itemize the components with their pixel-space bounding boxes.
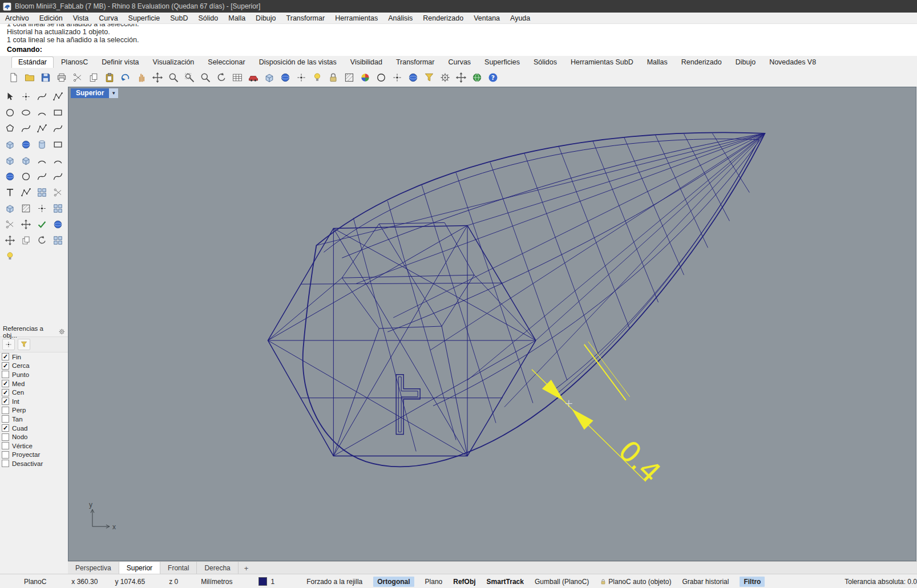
osnap-option-int[interactable]: Int [0, 397, 68, 406]
new-viewport-tab-button[interactable]: + [239, 562, 255, 574]
color-wheel-icon[interactable] [357, 70, 373, 85]
plane-tool-icon[interactable] [50, 136, 66, 152]
status-toggle-refobj[interactable]: RefObj [453, 578, 475, 586]
ribbon-tab-herramientas-subd[interactable]: Herramientas SubD [564, 57, 640, 68]
chamfer-tool-icon[interactable] [50, 152, 66, 168]
ribbon-tab-dibujo[interactable]: Dibujo [729, 57, 762, 68]
check-tool-icon[interactable] [34, 216, 50, 232]
menu-item-edicion[interactable]: Edición [34, 14, 68, 23]
select-tool-icon[interactable] [2, 88, 18, 104]
osnap-checkbox-cen[interactable] [2, 389, 9, 396]
command-history-area[interactable]: 1 cota lineal se ha añadido a la selecci… [0, 24, 917, 56]
osnap-checkbox-int[interactable] [2, 398, 9, 405]
print-icon[interactable] [54, 70, 69, 85]
menu-item-transformar[interactable]: Transformar [281, 14, 330, 23]
spotlight-tool-icon[interactable] [2, 248, 18, 264]
undo-icon[interactable] [118, 70, 133, 85]
osnap-option-tan[interactable]: Tan [0, 415, 68, 424]
freeform-curve-tool-icon[interactable] [50, 120, 66, 136]
dimension-annotation[interactable]: 0.4 [532, 342, 667, 489]
ribbon-tab-visualizacion[interactable]: Visualización [147, 57, 201, 68]
arc-tool-icon[interactable] [34, 104, 50, 120]
copy-icon[interactable] [86, 70, 101, 85]
blend-curve-tool-icon[interactable] [50, 168, 66, 184]
point-tool-icon[interactable] [18, 88, 34, 104]
boolean-intersection-tool-icon[interactable] [18, 168, 34, 184]
menu-item-superficie[interactable]: Superficie [123, 14, 165, 23]
osnap-gear-icon[interactable] [58, 328, 66, 335]
curve-tool-icon[interactable] [34, 88, 50, 104]
pan-view-icon[interactable] [134, 70, 149, 85]
clipping-plane-icon[interactable] [341, 70, 357, 85]
ribbon-tab-renderizado[interactable]: Renderizado [675, 57, 728, 68]
menu-item-ayuda[interactable]: Ayuda [505, 14, 535, 23]
text-tool-icon[interactable] [2, 184, 18, 200]
osnap-option-desactivar[interactable]: Desactivar [0, 459, 68, 468]
command-prompt[interactable]: Comando: [7, 45, 917, 54]
help-icon[interactable] [485, 70, 500, 85]
target-icon[interactable] [389, 70, 405, 85]
zoom-extents-icon[interactable] [197, 70, 213, 85]
osnap-option-nodo[interactable]: Nodo [0, 432, 68, 441]
ribbon-tab-planosc[interactable]: PlanosC [55, 57, 94, 68]
osnap-option-proyectar[interactable]: Proyectar [0, 451, 68, 460]
box-tool-icon[interactable] [2, 136, 18, 152]
fillet-curve-tool-icon[interactable] [34, 168, 50, 184]
split-tool-icon[interactable] [2, 216, 18, 232]
cplane-button[interactable]: PlanoC [24, 578, 46, 586]
point-cloud-tool-icon[interactable] [34, 200, 50, 216]
menu-item-dibujo[interactable]: Dibujo [251, 14, 281, 23]
ribbon-tab-curvas[interactable]: Curvas [442, 57, 477, 68]
surface-tool-icon[interactable] [2, 200, 18, 216]
lamp-icon[interactable] [309, 70, 325, 85]
hatch-tool-icon[interactable] [18, 200, 34, 216]
menu-item-herramientas[interactable]: Herramientas [330, 14, 383, 23]
earth-icon[interactable] [469, 70, 484, 85]
ribbon-tab-transformar[interactable]: Transformar [390, 57, 441, 68]
status-toggle-planoc-auto-objeto[interactable]: PlanoC auto (objeto) [600, 578, 671, 586]
osnap-disable-button[interactable] [2, 339, 15, 350]
curve-edit-tool-icon[interactable] [34, 120, 50, 136]
osnap-checkbox-vertice[interactable] [2, 442, 9, 449]
options-gear-icon[interactable] [437, 70, 453, 85]
osnap-option-cen[interactable]: Cen [0, 388, 68, 397]
layer-indicator[interactable]: 1 [258, 577, 274, 586]
model-wireframe[interactable]: 0.4 y x [68, 87, 916, 561]
array-tool-icon[interactable] [34, 184, 50, 200]
new-file-icon[interactable] [6, 70, 21, 85]
osnap-checkbox-proyectar[interactable] [2, 451, 9, 459]
scale-tool-icon[interactable] [50, 232, 66, 248]
layer-panel-icon[interactable] [229, 70, 245, 85]
move-tool-icon[interactable] [2, 232, 18, 248]
ellipse-tool-icon[interactable] [18, 104, 34, 120]
render-sphere-icon[interactable] [405, 70, 421, 85]
menu-item-curva[interactable]: Curva [94, 14, 123, 23]
ribbon-tab-seleccionar[interactable]: Seleccionar [201, 57, 251, 68]
osnap-filter-button[interactable] [18, 339, 30, 350]
osnap-checkbox-cuad[interactable] [2, 424, 9, 432]
osnap-checkbox-perp[interactable] [2, 407, 9, 414]
osnap-checkbox-punto[interactable] [2, 371, 9, 378]
menu-item-ventana[interactable]: Ventana [468, 14, 505, 23]
contrast-circle-icon[interactable] [373, 70, 389, 85]
zoom-dynamic-icon[interactable] [165, 70, 181, 85]
menu-item-renderizado[interactable]: Renderizado [418, 14, 468, 23]
display-mode-icon[interactable] [261, 70, 277, 85]
osnap-checkbox-tan[interactable] [2, 415, 9, 423]
move-icon[interactable] [150, 70, 165, 85]
fillet-edge-tool-icon[interactable] [34, 152, 50, 168]
open-file-icon[interactable] [22, 70, 37, 85]
viewport-superior[interactable]: Superior ▼ [68, 87, 916, 561]
copy-tool-icon[interactable] [18, 232, 34, 248]
circle-tool-icon[interactable] [2, 104, 18, 120]
viewport-tab-superior[interactable]: Superior [119, 562, 160, 574]
cut-icon[interactable] [70, 70, 85, 85]
osnap-checkbox-nodo[interactable] [2, 433, 9, 441]
offset-curve-tool-icon[interactable] [18, 120, 34, 136]
selection-filter-icon[interactable] [421, 70, 437, 85]
shaded-view-tool-icon[interactable] [50, 216, 66, 232]
rotate-tool-icon[interactable] [34, 232, 50, 248]
viewport-tab-derecha[interactable]: Derecha [197, 562, 238, 574]
viewport-tab-perspectiva[interactable]: Perspectiva [68, 562, 119, 574]
polygon-tool-icon[interactable] [2, 120, 18, 136]
